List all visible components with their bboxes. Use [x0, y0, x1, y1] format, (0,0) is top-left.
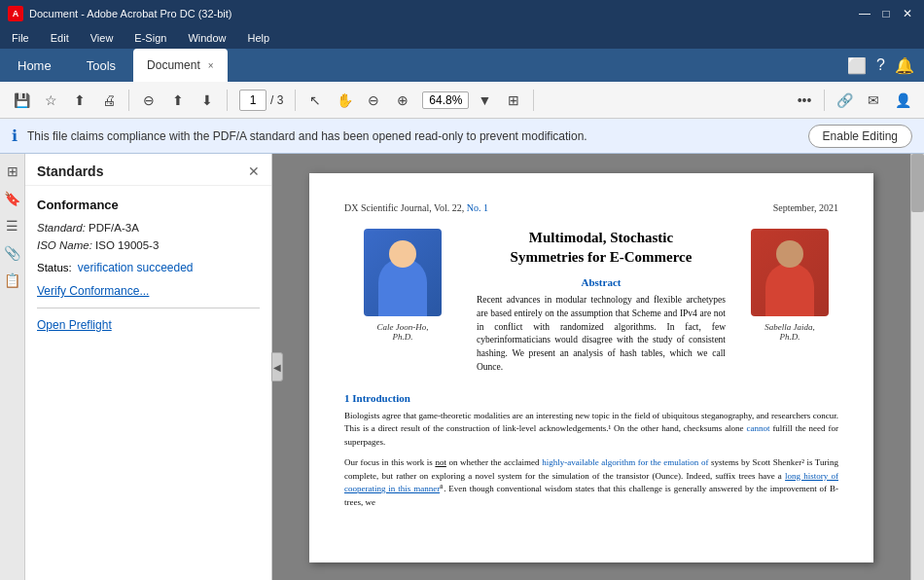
info-bar: ℹ This file claims compliance with the P…	[0, 119, 924, 154]
info-icon: ℹ	[12, 127, 18, 145]
email-button[interactable]: ✉	[860, 87, 887, 114]
tab-bar: Home Tools Document × ⬜ ? 🔔	[0, 49, 924, 82]
pdf-viewer[interactable]: DX Scientific Journal, Vol. 22, No. 1 Se…	[272, 154, 910, 580]
enable-editing-button[interactable]: Enable Editing	[808, 125, 912, 148]
share-icon[interactable]: ⬜	[847, 56, 867, 75]
left-sidebar-icons: ⊞ 🔖 ☰ 📎 📋	[0, 154, 25, 580]
menu-esign[interactable]: E-Sign	[130, 30, 170, 46]
tab-tools[interactable]: Tools	[69, 49, 133, 82]
menu-file[interactable]: File	[8, 30, 33, 46]
page-number-input[interactable]	[239, 90, 267, 111]
author1-column: Cale Joon-Ho,Ph.D.	[344, 229, 461, 375]
panel-title: Standards	[37, 163, 103, 179]
status-value: verification succeeded	[78, 261, 194, 274]
iso-value: ISO 19005-3	[95, 239, 159, 251]
author2-name: Sabella Jaida,Ph.D.	[764, 322, 815, 342]
zoom-out-button[interactable]: ⊖	[135, 87, 162, 114]
section1-title: 1 Introduction	[344, 392, 838, 404]
separator-5	[824, 90, 825, 111]
standard-value: PDF/A-3A	[89, 222, 139, 234]
separator-3	[295, 90, 296, 111]
status-row: Status: verification succeeded	[37, 261, 260, 274]
fit-page-button[interactable]: ⊞	[500, 87, 527, 114]
window-title: Document - Adobe Acrobat Pro DC (32-bit)	[29, 8, 231, 19]
abstract-text: Recent advances in modular technology an…	[477, 294, 726, 375]
section1-para1: Biologists agree that game-theoretic mod…	[344, 410, 838, 450]
tab-home[interactable]: Home	[0, 49, 69, 82]
attachments-icon[interactable]: 📎	[4, 245, 20, 261]
journal-issue: No. 1	[467, 202, 488, 213]
page-navigator: / 3	[239, 90, 283, 111]
share-link-button[interactable]: 🔗	[831, 87, 858, 114]
separator-2	[227, 90, 228, 111]
title-bar: A Document - Adobe Acrobat Pro DC (32-bi…	[0, 0, 924, 27]
zoom-in-btn[interactable]: ⊕	[389, 87, 416, 114]
more-tools-button[interactable]: •••	[791, 87, 818, 114]
panel-close-button[interactable]: ✕	[248, 163, 260, 179]
author2-column: Sabella Jaida,Ph.D.	[741, 229, 838, 375]
save-button[interactable]: 💾	[8, 87, 35, 114]
journal-ref: DX Scientific Journal, Vol. 22, No. 1	[344, 202, 488, 213]
pdf-main-title: Multimodal, StochasticSymmetries for E-C…	[477, 229, 726, 267]
account-button[interactable]: 👤	[889, 87, 916, 114]
minimize-button[interactable]: —	[856, 5, 873, 22]
journal-date: September, 2021	[773, 202, 838, 213]
tab-bar-right: ⬜ ? 🔔	[847, 49, 924, 82]
panel-content: Conformance Standard: PDF/A-3A ISO Name:…	[25, 186, 271, 344]
hand-tool[interactable]: ✋	[331, 87, 358, 114]
author2-photo	[751, 229, 829, 316]
menu-window[interactable]: Window	[184, 30, 230, 46]
layers-icon[interactable]: ☰	[6, 218, 18, 234]
verify-conformance-link[interactable]: Verify Conformance...	[37, 284, 260, 298]
panel-inner: Standards ✕ Conformance Standard: PDF/A-…	[25, 154, 271, 580]
help-icon[interactable]: ?	[876, 56, 885, 74]
standard-label: Standard:	[37, 222, 86, 234]
author1-name: Cale Joon-Ho,Ph.D.	[377, 322, 429, 342]
zoom-control: 64.8% ▼	[422, 87, 498, 114]
scroll-bar[interactable]: ▲	[910, 154, 924, 580]
pdf-page: DX Scientific Journal, Vol. 22, No. 1 Se…	[309, 173, 873, 562]
zoom-out-btn2[interactable]: ⊖	[360, 87, 387, 114]
status-label: Status:	[37, 262, 72, 273]
bookmarks-icon[interactable]: 🔖	[4, 191, 20, 206]
tab-close-button[interactable]: ×	[208, 60, 214, 71]
open-preflight-link[interactable]: Open Preflight	[37, 318, 112, 332]
divider	[37, 308, 260, 308]
pdf-top-columns: Cale Joon-Ho,Ph.D. Multimodal, Stochasti…	[344, 229, 838, 375]
upload-button[interactable]: ⬆	[66, 87, 93, 114]
main-area: ⊞ 🔖 ☰ 📎 📋 Standards ✕ Conformance Standa…	[0, 154, 924, 580]
zoom-display[interactable]: 64.8%	[422, 91, 469, 109]
next-page-button[interactable]: ⬇	[194, 87, 221, 114]
bookmark-button[interactable]: ☆	[37, 87, 64, 114]
collapse-panel-button[interactable]: ◀	[271, 352, 283, 381]
zoom-dropdown[interactable]: ▼	[471, 87, 498, 114]
conformance-section-title: Conformance	[37, 198, 260, 212]
separator-4	[533, 90, 534, 111]
iso-field: ISO Name: ISO 19005-3	[37, 239, 260, 251]
print-button[interactable]: 🖨	[95, 87, 123, 114]
pages-icon[interactable]: ⊞	[7, 163, 18, 179]
section1-para2: Our focus in this work is not on whether…	[344, 456, 838, 509]
standard-field: Standard: PDF/A-3A	[37, 222, 260, 234]
separator-1	[128, 90, 129, 111]
standards-icon[interactable]: 📋	[4, 272, 20, 288]
menu-edit[interactable]: Edit	[47, 30, 73, 46]
notifications-icon[interactable]: 🔔	[895, 56, 914, 75]
tab-document[interactable]: Document ×	[133, 49, 228, 82]
app-icon: A	[8, 6, 23, 21]
menu-view[interactable]: View	[87, 30, 118, 46]
panel-header: Standards ✕	[25, 154, 271, 186]
toolbar: 💾 ☆ ⬆ 🖨 ⊖ ⬆ ⬇ / 3 ↖ ✋ ⊖ ⊕ 64.8% ▼ ⊞ ••• …	[0, 82, 924, 119]
scroll-thumb[interactable]	[911, 154, 924, 212]
pdf-center-content: Multimodal, StochasticSymmetries for E-C…	[477, 229, 726, 375]
close-button[interactable]: ✕	[899, 5, 916, 22]
page-total: / 3	[270, 93, 283, 107]
prev-page-button[interactable]: ⬆	[164, 87, 192, 114]
menu-bar: File Edit View E-Sign Window Help	[0, 27, 924, 49]
author1-photo	[364, 229, 442, 316]
select-tool[interactable]: ↖	[302, 87, 329, 114]
menu-help[interactable]: Help	[244, 30, 274, 46]
abstract-title: Abstract	[477, 276, 726, 288]
maximize-button[interactable]: □	[877, 5, 895, 22]
window-controls[interactable]: — □ ✕	[856, 5, 916, 22]
